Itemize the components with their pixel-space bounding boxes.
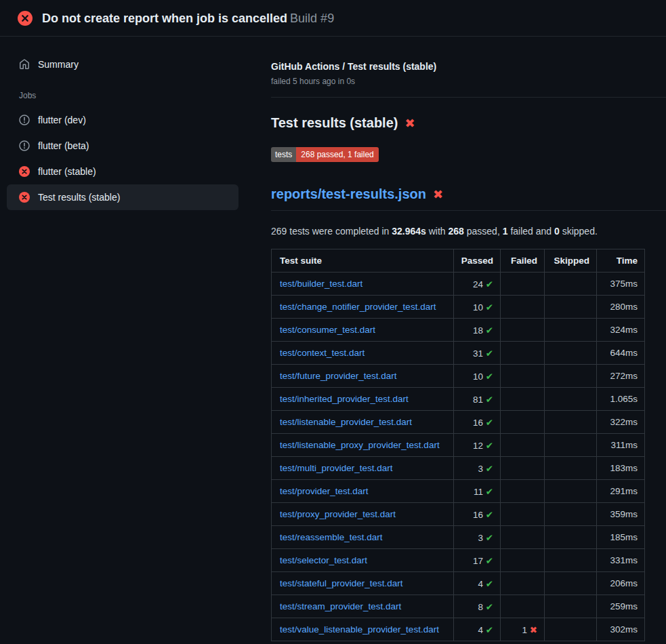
badge-label: tests — [271, 147, 296, 162]
jobs-section-label: Jobs — [7, 77, 238, 107]
table-row: test/proxy_provider_test.dart 16 ✔ ✖ 359… — [272, 503, 645, 526]
test-suite-link[interactable]: test/selector_test.dart — [280, 555, 367, 565]
skipped-cell — [545, 526, 597, 549]
failed-cell: ✖ — [501, 388, 545, 411]
failed-cell: ✖ — [501, 365, 545, 388]
sidebar: Summary Jobs flutter (dev) flut — [0, 37, 245, 210]
check-icon: ✔ — [486, 279, 493, 289]
test-suite-link[interactable]: test/stream_provider_test.dart — [280, 601, 401, 611]
failed-cell: ✖ — [501, 434, 545, 457]
column-header-failed: Failed — [501, 249, 545, 273]
test-suite-link[interactable]: test/proxy_provider_test.dart — [280, 509, 396, 519]
test-suite-link[interactable]: test/builder_test.dart — [280, 279, 362, 289]
skipped-cell — [545, 342, 597, 365]
sidebar-item-flutter-stable[interactable]: flutter (stable) — [7, 159, 238, 184]
sidebar-item-flutter-dev[interactable]: flutter (dev) — [7, 107, 238, 133]
sidebar-item-label: Summary — [38, 59, 79, 70]
table-row: test/stream_provider_test.dart 8 ✔ ✖ 259… — [272, 595, 645, 618]
test-suite-link[interactable]: test/change_notifier_provider_test.dart — [280, 302, 436, 312]
skipped-cell — [545, 549, 597, 572]
main-content: GitHub Actions / Test results (stable) f… — [245, 37, 666, 641]
column-header-time: Time — [597, 249, 645, 273]
time-cell: 1.065s — [597, 388, 645, 411]
test-suite-link[interactable]: test/listenable_proxy_provider_test.dart — [280, 440, 440, 450]
test-suite-cell: test/context_test.dart — [272, 342, 454, 365]
table-row: test/builder_test.dart 24 ✔ ✖ 375ms — [272, 273, 645, 296]
check-run-header: Do not create report when job is cancell… — [0, 0, 666, 37]
cross-mark-icon: ✖ — [404, 116, 415, 131]
table-row: test/change_notifier_provider_test.dart … — [272, 296, 645, 319]
table-row: test/inherited_provider_test.dart 81 ✔ ✖… — [272, 388, 645, 411]
summary-text: 269 tests were completed in 32.964s with… — [271, 226, 666, 237]
test-suite-link[interactable]: test/reassemble_test.dart — [280, 532, 383, 542]
test-suite-cell: test/reassemble_test.dart — [272, 526, 454, 549]
test-suite-link[interactable]: test/future_provider_test.dart — [280, 371, 397, 381]
test-suite-link[interactable]: test/listenable_provider_test.dart — [280, 417, 412, 427]
test-suite-cell: test/consumer_test.dart — [272, 319, 454, 342]
table-row: test/reassemble_test.dart 3 ✔ ✖ 185ms — [272, 526, 645, 549]
test-suite-link[interactable]: test/value_listenable_provider_test.dart — [280, 624, 439, 635]
table-row: test/provider_test.dart 11 ✔ ✖ 291ms — [272, 480, 645, 503]
test-suite-link[interactable]: test/multi_provider_test.dart — [280, 463, 393, 473]
check-icon: ✔ — [486, 625, 493, 635]
badge-value: 268 passed, 1 failed — [296, 147, 378, 162]
sidebar-item-label: Test results (stable) — [38, 192, 120, 203]
skipped-cell — [545, 411, 597, 434]
cross-icon: ✖ — [530, 625, 537, 635]
sidebar-item-test-results-stable[interactable]: Test results (stable) — [7, 184, 238, 210]
sidebar-item-flutter-beta[interactable]: flutter (beta) — [7, 133, 238, 159]
breadcrumb: GitHub Actions / Test results (stable) — [271, 61, 666, 72]
time-cell: 206ms — [597, 572, 645, 595]
check-icon: ✔ — [486, 602, 493, 612]
time-cell: 322ms — [597, 411, 645, 434]
stop-circle-icon — [19, 140, 30, 151]
test-suite-cell: test/change_notifier_provider_test.dart — [272, 296, 454, 319]
check-icon: ✔ — [486, 418, 493, 428]
skipped-cell — [545, 319, 597, 342]
time-cell: 280ms — [597, 296, 645, 319]
time-cell: 272ms — [597, 365, 645, 388]
test-suite-cell: test/stream_provider_test.dart — [272, 595, 454, 618]
skipped-cell — [545, 273, 597, 296]
table-row: test/multi_provider_test.dart 3 ✔ ✖ 183m… — [272, 457, 645, 480]
time-cell: 331ms — [597, 549, 645, 572]
test-suite-link[interactable]: test/inherited_provider_test.dart — [280, 394, 409, 404]
passed-cell: 4 ✔ — [454, 618, 501, 641]
report-link[interactable]: reports/test-results.json — [271, 186, 426, 202]
failed-cell: ✖ — [501, 549, 545, 572]
skipped-cell — [545, 388, 597, 411]
check-icon: ✔ — [486, 579, 493, 589]
failed-cell: ✖ — [501, 503, 545, 526]
test-suite-link[interactable]: test/consumer_test.dart — [280, 325, 375, 335]
sidebar-item-label: flutter (beta) — [38, 140, 89, 151]
skipped-cell — [545, 503, 597, 526]
check-icon: ✔ — [486, 302, 493, 313]
failed-cell: ✖ — [501, 273, 545, 296]
test-suite-link[interactable]: test/context_test.dart — [280, 348, 365, 358]
passed-cell: 11 ✔ — [454, 480, 501, 503]
failed-cell: ✖ — [501, 342, 545, 365]
failed-cell: ✖ — [501, 296, 545, 319]
time-cell: 311ms — [597, 434, 645, 457]
table-row: test/value_listenable_provider_test.dart… — [272, 618, 645, 641]
test-suite-cell: test/listenable_provider_test.dart — [272, 411, 454, 434]
passed-cell: 81 ✔ — [454, 388, 501, 411]
failed-cell: ✖ — [501, 595, 545, 618]
test-suite-link[interactable]: test/stateful_provider_test.dart — [280, 578, 403, 588]
test-suite-link[interactable]: test/provider_test.dart — [280, 486, 369, 496]
check-icon: ✔ — [486, 395, 493, 405]
test-suite-cell: test/listenable_proxy_provider_test.dart — [272, 434, 454, 457]
column-header-skipped: Skipped — [545, 249, 597, 273]
test-results-table: Test suite Passed Failed Skipped Time te… — [271, 249, 645, 641]
time-cell: 375ms — [597, 273, 645, 296]
skipped-cell — [545, 480, 597, 503]
build-number: Build #9 — [290, 12, 334, 25]
sidebar-item-summary[interactable]: Summary — [7, 52, 238, 77]
report-title: reports/test-results.json ✖ — [271, 186, 666, 211]
time-cell: 185ms — [597, 526, 645, 549]
time-cell: 183ms — [597, 457, 645, 480]
divider — [271, 97, 666, 98]
passed-cell: 10 ✔ — [454, 296, 501, 319]
passed-cell: 16 ✔ — [454, 503, 501, 526]
skipped-cell — [545, 595, 597, 618]
